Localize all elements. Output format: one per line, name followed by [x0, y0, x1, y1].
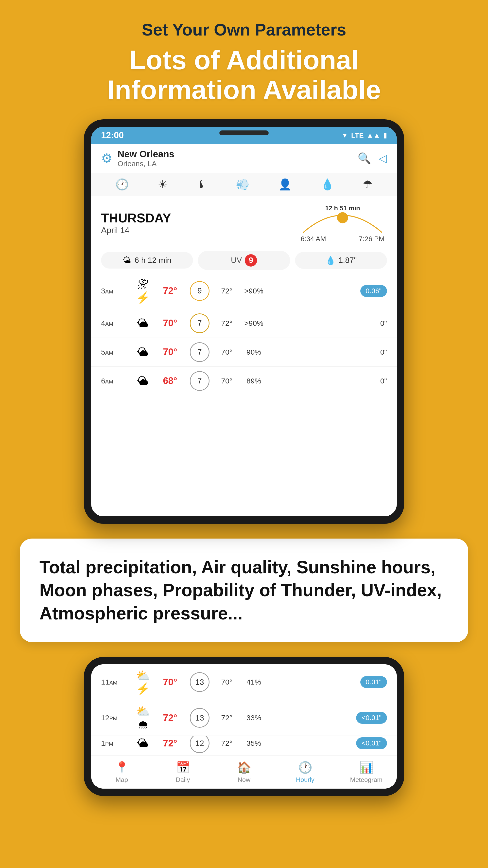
sun-arc-svg: 12 h 51 min [298, 203, 387, 238]
stat-row: 🌤 6 h 12 min UV 9 💧 1.87" [91, 248, 397, 273]
weather-icon: ⛈⚡ [131, 278, 155, 304]
region-name: Orleans, LA [118, 159, 358, 168]
day-name: THURSDAY [101, 211, 298, 225]
hour-precip: 0" [269, 319, 387, 328]
hour-uv: 7 [190, 371, 209, 391]
lte-label: LTE [351, 131, 364, 139]
callout-text: Total precipitation, Air quality, Sunshi… [39, 556, 449, 625]
map-icon: 📍 [115, 761, 129, 774]
hour-temp: 70° [155, 347, 185, 357]
bottom-nav: 📍 Map 📅 Daily 🏠 Now 🕐 Hourly 📊 Meteogram [91, 755, 397, 788]
hour-precip: <0.01" [269, 737, 387, 749]
hour-time: 3AM [101, 287, 131, 295]
day-info-section: THURSDAY April 14 12 h 51 min 6:34 AM 7:… [91, 196, 397, 248]
hour-dewpoint: 70° [215, 678, 239, 686]
header-action-icons: 🔍 ◁ [358, 152, 387, 165]
app-header: ⚙ New Orleans Orleans, LA 🔍 ◁ [91, 144, 397, 173]
gear-icon[interactable]: ⚙ [101, 151, 112, 166]
clock-icon[interactable]: 🕐 [115, 178, 129, 191]
hour-uv: 13 [190, 708, 209, 728]
nav-meteogram[interactable]: 📊 Meteogram [336, 761, 397, 784]
sun-icon[interactable]: ☀ [158, 178, 167, 191]
sunshine-value: 6 h 12 min [135, 256, 171, 265]
nav-hourly-label: Hourly [296, 776, 314, 784]
hour-humidity: 89% [239, 377, 269, 385]
location-info: New Orleans Orleans, LA [118, 149, 358, 168]
umbrella-icon[interactable]: ☂ [363, 178, 372, 191]
status-time: 12:00 [101, 130, 124, 141]
hourly-row-3am: 3AM ⛈⚡ 72° 9 72° >90% 0.06" [91, 273, 397, 309]
wifi-icon: ▼ [341, 131, 348, 139]
sun-arc-area: 12 h 51 min 6:34 AM 7:26 PM [298, 203, 387, 243]
precip-value: 1.87" [339, 256, 357, 265]
phone-screen-top: 12:00 ▼ LTE ▲▲ ▮ ⚙ New Orleans Orleans, … [91, 127, 397, 516]
sunrise-time: 6:34 AM [301, 235, 326, 243]
nav-daily-label: Daily [176, 776, 190, 784]
hour-temp: 70° [155, 318, 185, 329]
hour-humidity: >90% [239, 287, 269, 295]
hour-time: 1PM [101, 739, 131, 747]
hour-humidity: 41% [239, 678, 269, 686]
hour-dewpoint: 70° [215, 348, 239, 356]
weather-icon: 🌥 [131, 345, 155, 359]
nav-now[interactable]: 🏠 Now [214, 761, 274, 784]
nav-now-label: Now [237, 776, 251, 784]
navigation-icon[interactable]: ◁ [379, 152, 387, 165]
svg-point-0 [337, 212, 348, 223]
search-icon[interactable]: 🔍 [358, 152, 371, 165]
hourly-row-4am: 4AM 🌥 70° 7 72° >90% 0" [91, 309, 397, 338]
hour-dewpoint: 72° [215, 739, 239, 747]
svg-text:12 h 51 min: 12 h 51 min [325, 205, 360, 212]
weather-icon: ⛅🌧 [131, 705, 155, 731]
weather-icon: 🌥 [131, 374, 155, 388]
header-title: Set Your Own Parameters [107, 20, 381, 40]
uv-label: UV [231, 256, 242, 265]
header-subtitle: Lots of Additional Information Available [107, 45, 381, 104]
status-icons: ▼ LTE ▲▲ ▮ [341, 131, 387, 139]
sunshine-pill: 🌤 6 h 12 min [101, 252, 193, 269]
droplets-icon[interactable]: 💧 [321, 178, 334, 191]
hour-time: 6AM [101, 377, 131, 385]
nav-daily[interactable]: 📅 Daily [152, 761, 214, 784]
weather-icon: 🌥 [131, 737, 155, 750]
precip-drop-icon: 💧 [325, 255, 336, 265]
hourly-list: 3AM ⛈⚡ 72° 9 72° >90% 0.06" 4AM 🌥 70° 7 … [91, 273, 397, 395]
hourly-row-12pm: 12PM ⛅🌧 72° 13 72° 33% <0.01" [91, 700, 397, 736]
hour-temp: 70° [155, 677, 185, 687]
sun-times: 6:34 AM 7:26 PM [301, 235, 385, 243]
nav-map-label: Map [116, 776, 128, 784]
thermometer-icon[interactable]: 🌡 [196, 178, 207, 191]
home-icon: 🏠 [237, 761, 251, 774]
nav-map[interactable]: 📍 Map [91, 761, 152, 784]
hour-time: 5AM [101, 348, 131, 356]
callout-box: Total precipitation, Air quality, Sunshi… [20, 538, 468, 642]
phone-frame-top: 12:00 ▼ LTE ▲▲ ▮ ⚙ New Orleans Orleans, … [84, 119, 404, 524]
day-info-left: THURSDAY April 14 [101, 211, 298, 235]
hour-temp: 72° [155, 713, 185, 723]
filter-icon-row: 🕐 ☀ 🌡 💨 👤 💧 ☂ [91, 173, 397, 196]
hour-uv: 7 [190, 342, 209, 362]
hour-dewpoint: 70° [215, 377, 239, 385]
hour-dewpoint: 72° [215, 714, 239, 722]
hourly-row-1pm: 1PM 🌥 72° 12 72° 35% <0.01" [91, 736, 397, 755]
weather-icon: ⛅⚡ [131, 669, 155, 695]
hour-uv: 12 [190, 736, 209, 753]
person-icon[interactable]: 👤 [278, 178, 292, 191]
city-name: New Orleans [118, 149, 358, 159]
hour-temp: 68° [155, 376, 185, 386]
hour-uv: 13 [190, 672, 209, 692]
hour-humidity: >90% [239, 319, 269, 328]
phone-screen-bottom: 11AM ⛅⚡ 70° 13 70° 41% 0.01" 12PM ⛅🌧 72°… [91, 664, 397, 788]
hour-temp: 72° [155, 738, 185, 749]
sunshine-icon: 🌤 [123, 255, 131, 265]
hour-time: 11AM [101, 678, 131, 686]
hour-humidity: 90% [239, 348, 269, 356]
phone-frame-bottom: 11AM ⛅⚡ 70° 13 70° 41% 0.01" 12PM ⛅🌧 72°… [84, 657, 404, 796]
wind-icon[interactable]: 💨 [236, 178, 250, 191]
hourly-list-bottom: 11AM ⛅⚡ 70° 13 70° 41% 0.01" 12PM ⛅🌧 72°… [91, 664, 397, 755]
hourly-row-6am: 6AM 🌥 68° 7 70° 89% 0" [91, 367, 397, 395]
nav-hourly[interactable]: 🕐 Hourly [274, 761, 336, 784]
hour-temp: 72° [155, 285, 185, 296]
uv-pill: UV 9 [198, 251, 290, 270]
weather-icon: 🌥 [131, 317, 155, 330]
